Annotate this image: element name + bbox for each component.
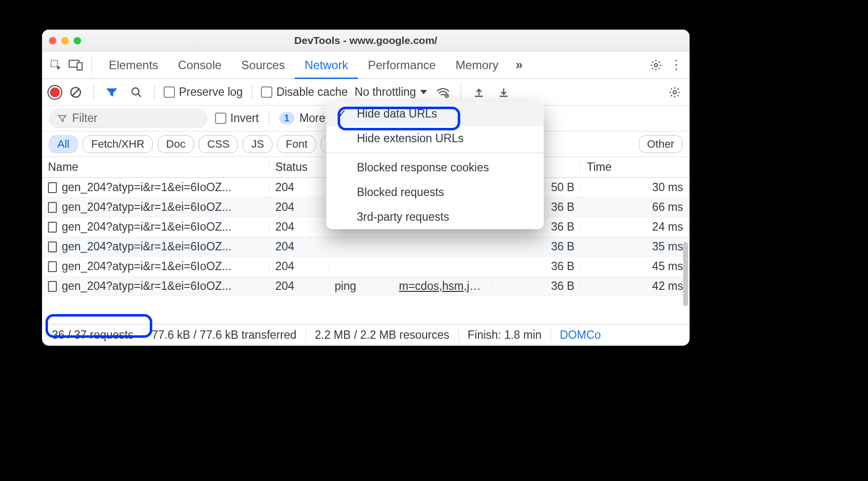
file-icon: [48, 222, 57, 233]
chevron-down-icon: [420, 90, 427, 94]
table-row[interactable]: gen_204?atyp=i&r=1&ei=6IoOZ...20436 B35 …: [42, 237, 690, 257]
disable-cache-label: Disable cache: [276, 85, 347, 98]
separator: [461, 85, 461, 100]
file-icon: [48, 182, 57, 193]
chip-other[interactable]: Other: [639, 135, 683, 153]
minimize-window-button[interactable]: [61, 37, 69, 44]
separator: [154, 85, 155, 100]
svg-rect-2: [77, 63, 82, 70]
tab-sources[interactable]: Sources: [231, 51, 295, 79]
tab-performance[interactable]: Performance: [358, 51, 445, 79]
settings-gear-icon[interactable]: [647, 56, 665, 74]
svg-point-5: [132, 88, 139, 95]
menu-item-hide-data-urls[interactable]: ✓Hide data URLs: [326, 101, 544, 126]
more-filters-dropdown: ✓Hide data URLsHide extension URLsBlocke…: [326, 101, 544, 229]
col-time[interactable]: Time: [581, 160, 690, 174]
tab-elements[interactable]: Elements: [99, 51, 168, 79]
invert-checkbox[interactable]: Invert: [215, 112, 259, 125]
svg-point-7: [673, 90, 677, 94]
status-bar: 36 / 37 requests 77.6 kB / 77.6 kB trans…: [42, 324, 690, 346]
separator: [91, 57, 92, 74]
file-icon: [48, 261, 57, 272]
kebab-menu-icon[interactable]: ⋮: [667, 56, 685, 74]
status-finish: Finish: 1.8 min: [459, 328, 551, 342]
checkbox-icon: [261, 86, 272, 98]
chip-css[interactable]: CSS: [199, 135, 238, 153]
separator: [252, 85, 252, 100]
col-name[interactable]: Name: [42, 160, 269, 174]
file-icon: [48, 202, 57, 213]
separator: [269, 111, 269, 126]
throttling-select[interactable]: No throttling: [355, 85, 427, 99]
status-domcontent[interactable]: DOMCo: [551, 328, 610, 342]
export-har-icon[interactable]: [495, 83, 513, 101]
device-toggle-icon[interactable]: [67, 56, 85, 74]
menu-item-hide-extension-urls[interactable]: Hide extension URLs: [326, 126, 544, 151]
import-har-icon[interactable]: [470, 83, 488, 101]
invert-label: Invert: [230, 112, 259, 124]
network-conditions-icon[interactable]: [434, 83, 452, 101]
file-icon: [48, 241, 57, 252]
traffic-lights: [49, 30, 81, 51]
menu-item-label: Blocked response cookies: [357, 161, 489, 174]
status-requests: 36 / 37 requests: [50, 328, 143, 342]
filter-placeholder: Filter: [72, 112, 97, 125]
svg-point-3: [654, 63, 658, 67]
checkbox-icon: [215, 113, 226, 124]
chip-fetch-xhr[interactable]: Fetch/XHR: [83, 135, 153, 153]
search-icon[interactable]: [128, 83, 145, 101]
menu-item-blocked-requests[interactable]: Blocked requests: [326, 180, 544, 204]
status-transferred: 77.6 kB / 77.6 kB transferred: [143, 328, 306, 342]
scrollbar[interactable]: [683, 242, 688, 306]
chip-doc[interactable]: Doc: [158, 135, 194, 153]
menu-item-label: Hide data URLs: [357, 107, 437, 120]
chip-all[interactable]: All: [49, 135, 78, 153]
tab-network[interactable]: Network: [295, 51, 358, 79]
status-resources: 2.2 MB / 2.2 MB resources: [306, 328, 459, 342]
disable-cache-checkbox[interactable]: Disable cache: [261, 85, 347, 99]
throttling-label: No throttling: [355, 85, 416, 99]
preserve-log-checkbox[interactable]: Preserve log: [164, 85, 243, 99]
separator: [93, 85, 94, 100]
file-icon: [48, 281, 57, 292]
more-tabs-icon[interactable]: »: [510, 56, 528, 74]
funnel-icon: [57, 114, 67, 123]
table-row[interactable]: gen_204?atyp=i&r=1&ei=6IoOZ...204pingm=c…: [42, 277, 690, 296]
titlebar: DevTools - www.google.com/: [42, 30, 690, 51]
check-icon: ✓: [336, 107, 348, 120]
col-status[interactable]: Status: [269, 160, 329, 174]
chip-font[interactable]: Font: [277, 135, 316, 153]
preserve-log-label: Preserve log: [179, 85, 243, 98]
menu-item-blocked-response-cookies[interactable]: Blocked response cookies: [326, 155, 544, 180]
panel-tabs-row: ElementsConsoleSourcesNetworkPerformance…: [42, 51, 690, 79]
clear-log-icon[interactable]: [67, 83, 85, 101]
menu-item-3rd-party-requests[interactable]: 3rd-party requests: [326, 204, 544, 229]
record-button[interactable]: [48, 87, 60, 97]
devtools-window: DevTools - www.google.com/ ElementsConso…: [42, 30, 690, 346]
filter-toggle-icon[interactable]: [103, 83, 121, 101]
menu-item-label: Hide extension URLs: [357, 132, 464, 145]
maximize-window-button[interactable]: [74, 37, 81, 44]
menu-separator: [326, 153, 544, 153]
menu-item-label: Blocked requests: [357, 186, 444, 199]
network-settings-gear-icon[interactable]: [666, 83, 684, 101]
tab-memory[interactable]: Memory: [446, 51, 509, 79]
filter-input[interactable]: Filter: [49, 109, 207, 128]
tab-console[interactable]: Console: [168, 51, 231, 79]
window-title: DevTools - www.google.com/: [42, 35, 690, 46]
checkbox-icon: [164, 86, 175, 98]
table-row[interactable]: gen_204?atyp=i&r=1&ei=6IoOZ...20436 B45 …: [42, 257, 690, 277]
chip-js[interactable]: JS: [243, 135, 272, 153]
inspect-element-icon[interactable]: [47, 56, 65, 74]
menu-item-label: 3rd-party requests: [357, 210, 449, 224]
more-filters-count-badge: 1: [279, 112, 295, 124]
close-window-button[interactable]: [49, 37, 56, 44]
